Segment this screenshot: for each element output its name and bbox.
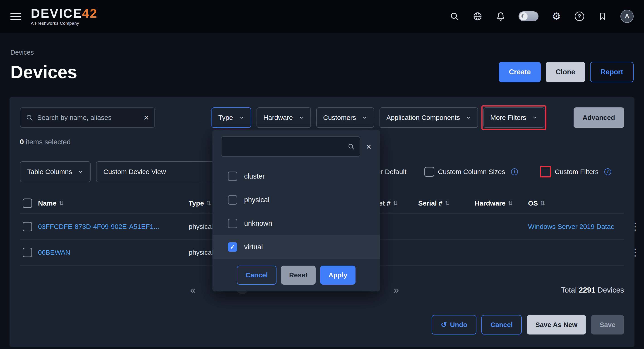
panel-apply-button[interactable]: Apply	[320, 266, 355, 285]
custom-column-sizes-option: Custom Column Sizes i	[424, 167, 518, 177]
devices-card: × Type Hardware Customers Application Co…	[10, 97, 634, 347]
undo-button[interactable]: ↺Undo	[432, 315, 476, 334]
hamburger-menu-icon[interactable]	[10, 13, 21, 20]
device-name-link[interactable]: 03FFCDFE-873D-4F09-902E-A51EF1...	[38, 223, 159, 230]
table-columns-dropdown[interactable]: Table Columns	[20, 161, 90, 182]
row-checkbox[interactable]	[23, 248, 32, 257]
select-all-checkbox[interactable]	[23, 199, 32, 208]
chevron-down-icon	[299, 115, 304, 120]
custom-column-sizes-checkbox[interactable]	[424, 167, 434, 177]
cancel-button[interactable]: Cancel	[482, 315, 522, 334]
more-filters-annotation-wrap: More Filters	[484, 107, 544, 128]
column-header-name[interactable]: Name⇅	[38, 199, 64, 207]
device-search-input[interactable]	[37, 114, 140, 122]
option-cluster[interactable]: cluster	[212, 165, 380, 188]
sort-icon[interactable]: ⇅	[540, 200, 545, 207]
chevron-down-icon	[362, 115, 367, 120]
type-filter-footer: Cancel Reset Apply	[221, 266, 371, 285]
device-type-value: physical	[189, 223, 213, 230]
total-count: 2291	[579, 286, 595, 294]
type-filter-search-input[interactable]	[226, 143, 344, 150]
filter-more-filters-dropdown[interactable]: More Filters	[484, 107, 544, 128]
header-actions: Create Clone Report	[499, 62, 634, 82]
bell-icon[interactable]	[496, 11, 506, 22]
option-physical[interactable]: physical	[212, 188, 380, 212]
device-name-link[interactable]: 06BEWAN	[38, 249, 70, 256]
sort-icon[interactable]: ⇅	[206, 200, 211, 207]
option-checkbox[interactable]	[228, 195, 237, 205]
clone-button[interactable]: Clone	[546, 62, 585, 82]
sort-icon[interactable]: ⇅	[508, 200, 513, 207]
device-os-link[interactable]: Windows Server 2019 Datac	[528, 223, 614, 230]
column-header-os[interactable]: OS⇅	[528, 199, 545, 207]
bookmark-icon[interactable]	[597, 11, 608, 22]
save-button[interactable]: Save	[591, 315, 624, 334]
kebab-menu-icon[interactable]: ⋮	[630, 248, 640, 257]
option-checkbox[interactable]	[228, 172, 237, 181]
row-checkbox[interactable]	[23, 222, 32, 231]
filter-dropdowns: Type Hardware Customers Application Comp…	[212, 107, 544, 128]
option-checkbox-checked[interactable]: ✓	[228, 242, 237, 252]
chevron-down-icon	[78, 169, 83, 175]
filter-toolbar: × Type Hardware Customers Application Co…	[20, 107, 624, 128]
page-header: Devices Create Clone Report	[0, 62, 644, 83]
create-button[interactable]: Create	[499, 62, 541, 82]
report-button[interactable]: Report	[590, 62, 634, 82]
page-title: Devices	[10, 62, 77, 83]
kebab-menu-icon[interactable]: ⋮	[630, 222, 640, 231]
device-search-box[interactable]: ×	[20, 107, 155, 128]
brand-logo[interactable]: DEVICE42 A Freshworks Company	[31, 7, 98, 26]
theme-toggle[interactable]: ☾	[518, 11, 538, 21]
top-navbar: DEVICE42 A Freshworks Company ☾ ⚙ ? A	[0, 0, 644, 33]
device-type-value: physical	[189, 249, 213, 256]
info-icon[interactable]: i	[511, 168, 518, 175]
custom-filters-option: Custom Filters i	[540, 166, 611, 177]
type-filter-search-box[interactable]	[221, 136, 360, 157]
globe-icon[interactable]	[472, 11, 483, 22]
close-panel-icon[interactable]: ×	[366, 142, 371, 151]
filter-customers-dropdown[interactable]: Customers	[316, 107, 374, 128]
brand-name: DEVICE42	[31, 7, 98, 20]
custom-filters-checkbox-red-annotation[interactable]	[540, 166, 551, 177]
sort-icon[interactable]: ⇅	[393, 200, 398, 207]
brand-tagline: A Freshworks Company	[31, 21, 98, 26]
column-header-hardware[interactable]: Hardware⇅	[474, 199, 513, 207]
option-checkbox[interactable]	[228, 219, 237, 228]
avatar[interactable]: A	[620, 10, 634, 23]
brand-accent: 42	[82, 6, 98, 21]
clear-search-icon[interactable]: ×	[144, 113, 149, 122]
selection-count: 0	[20, 138, 24, 146]
gear-icon[interactable]: ⚙	[551, 11, 562, 22]
option-virtual[interactable]: ✓ virtual	[212, 235, 380, 259]
panel-reset-button[interactable]: Reset	[281, 266, 316, 285]
sort-icon[interactable]: ⇅	[445, 200, 450, 207]
filter-hardware-dropdown[interactable]: Hardware	[256, 107, 311, 128]
advanced-button[interactable]: Advanced	[574, 107, 624, 128]
type-filter-search-row: ×	[221, 136, 371, 157]
help-icon[interactable]: ?	[574, 11, 585, 22]
device-os-cell: Windows Server 2019 Datac	[528, 223, 627, 230]
filter-application-components-dropdown[interactable]: Application Components	[380, 107, 478, 128]
filter-type-dropdown[interactable]: Type	[212, 107, 251, 128]
footer-actions: ↺Undo Cancel Save As New Save	[20, 315, 624, 334]
option-unknown[interactable]: unknown	[212, 212, 380, 235]
search-icon	[26, 114, 33, 121]
info-icon[interactable]: i	[604, 168, 611, 175]
search-icon	[348, 143, 355, 150]
chevron-down-icon	[466, 115, 471, 120]
panel-cancel-button[interactable]: Cancel	[237, 266, 276, 285]
column-header-serial[interactable]: Serial #⇅	[418, 199, 450, 207]
search-icon[interactable]	[449, 11, 460, 22]
pagination-prev-icon[interactable]: «	[190, 285, 196, 295]
moon-icon: ☾	[520, 12, 528, 21]
type-filter-options: cluster physical unknown ✓ virtual	[212, 165, 380, 259]
type-filter-panel: × cluster physical unknown ✓ virtual Can…	[212, 130, 380, 291]
pagination-next-icon[interactable]: »	[394, 285, 399, 295]
breadcrumb[interactable]: Devices	[10, 49, 634, 56]
save-as-new-button[interactable]: Save As New	[527, 315, 586, 334]
total-devices: Total 2291 Devices	[561, 286, 624, 294]
column-header-type[interactable]: Type⇅	[189, 199, 211, 207]
chevron-down-icon	[532, 115, 538, 120]
sort-icon[interactable]: ⇅	[59, 200, 64, 207]
navbar-actions: ☾ ⚙ ? A	[449, 10, 634, 23]
